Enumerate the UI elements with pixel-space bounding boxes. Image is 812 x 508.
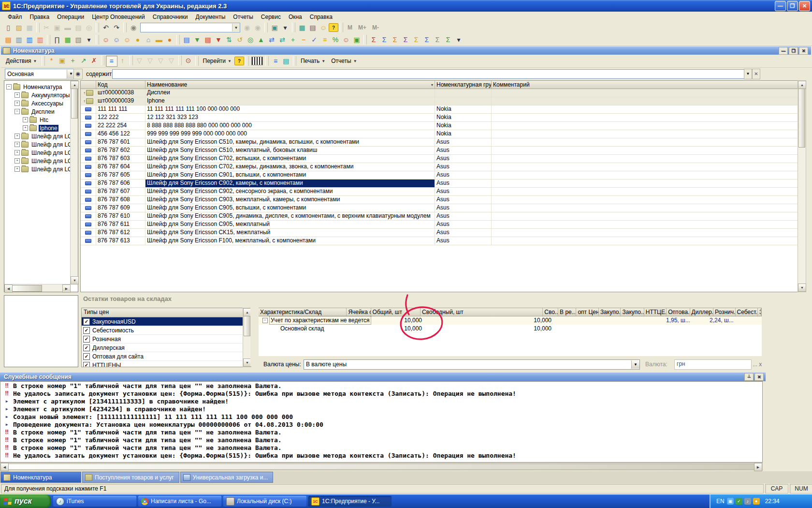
checkbox-icon[interactable] (83, 327, 90, 334)
goods-sale-icon[interactable]: ▤ (203, 34, 213, 45)
tree-toggle-icon[interactable]: − (6, 84, 12, 90)
toolbar-icon[interactable] (363, 35, 367, 45)
document-export-icon[interactable]: ▲ (256, 34, 266, 45)
table-row[interactable]: 876 787 607 Шлейф для Sony Ericsson C902… (81, 188, 798, 196)
calculator-icon[interactable]: ▦ (297, 23, 307, 33)
tree-horizontal-scrollbar[interactable]: ◀ ▶ (4, 284, 71, 292)
coins-icon[interactable]: ● (132, 34, 143, 45)
bank-icon[interactable]: ⌂ (143, 34, 154, 45)
tree-vertical-scrollbar[interactable]: ▲ ▼ (70, 81, 78, 284)
tree-toggle-icon[interactable]: + (14, 101, 20, 106)
open-parent-group-icon[interactable]: ↑ (117, 56, 128, 66)
money-icon[interactable]: ● (164, 34, 175, 45)
redo-icon[interactable]: ↷ (111, 23, 122, 33)
print-labels-icon[interactable]: ▥ (35, 34, 45, 45)
memory-button[interactable]: M (345, 24, 355, 31)
price-type-row[interactable]: Диллерская (82, 344, 251, 352)
print-icon[interactable]: ▥ (14, 34, 24, 45)
tree-toggle-icon[interactable]: + (14, 158, 20, 164)
chevron-down-icon[interactable]: ▼ (744, 69, 752, 79)
edit-item-icon[interactable]: ↗ (78, 56, 89, 66)
mdi-tab[interactable]: Универсальная загрузка и... (180, 472, 274, 483)
minimize-button[interactable]: — (775, 1, 786, 11)
tree-toggle-icon[interactable]: + (14, 134, 20, 139)
document-search-icon[interactable]: ◎ (245, 34, 256, 45)
tree-item[interactable]: + Аккумуляторы (4, 91, 70, 99)
log-message[interactable]: ‼ Не удалось записать документ установки… (0, 389, 762, 397)
stock-row[interactable]: Основной склад 10,000 10,000 (259, 325, 762, 333)
price-types-header[interactable]: Типы цен (82, 308, 251, 317)
purchase-order-icon[interactable]: ☺ (111, 34, 122, 45)
goods-movement-icon[interactable]: ⇅ (224, 34, 234, 45)
mdi-tab[interactable]: Номенклатура (0, 472, 81, 483)
log-message[interactable]: ▸ Создан новый элемент: [111111111111111… (0, 413, 762, 420)
overflow-arrow-icon[interactable]: ▾ (84, 34, 94, 45)
copy-to-clipboard-icon[interactable]: ▣ (269, 23, 280, 33)
toolbar-icon[interactable] (96, 35, 99, 45)
toolbar-icon[interactable] (36, 23, 40, 32)
mdi-tab[interactable]: Поступления товаров и услуг (82, 472, 179, 483)
order-analysis-icon[interactable]: ☺ (122, 34, 132, 45)
reports-menu-button[interactable]: Отчеты▼ (328, 57, 360, 65)
table-vertical-scrollbar[interactable]: ▲ ▼ (798, 80, 806, 292)
table-row[interactable]: 876 787 602 Шлейф для Sony Ericsson C510… (81, 147, 798, 155)
table-row[interactable]: 876 787 609 Шлейф для Sony Ericsson C905… (81, 204, 798, 212)
goods-receipt-icon[interactable]: ▤ (181, 34, 192, 45)
table-row[interactable]: 876 787 604 Шлейф для Sony Ericsson C702… (81, 163, 798, 171)
service-messages-titlebar[interactable]: Служебные сообщения ┴ ✕ (0, 373, 766, 381)
menu-item[interactable]: Окна (285, 13, 306, 21)
about-1c-button[interactable]: ? (329, 23, 338, 32)
scroll-left-icon[interactable]: ◀ (0, 463, 9, 471)
start-button[interactable]: пуск (0, 494, 51, 508)
nomenclature-window-titlebar[interactable]: Номенклатура — ❐ ✕ (1, 46, 811, 55)
checkbox-icon[interactable] (83, 353, 90, 360)
add-group-icon[interactable]: + (68, 56, 78, 66)
report-purchases-icon[interactable]: Σ (379, 34, 390, 45)
report-stocks-icon[interactable]: Σ (400, 34, 411, 45)
tree-item[interactable]: + Шлейф для LG C (4, 165, 70, 173)
view-select-combo[interactable]: Основная ▼ (5, 69, 75, 79)
scroll-up-icon[interactable]: ▲ (71, 81, 79, 89)
chevron-down-icon[interactable]: ▼ (631, 360, 639, 369)
help-button[interactable]: ? (234, 57, 244, 65)
currency-value-field[interactable]: грн (674, 359, 752, 370)
menu-item[interactable]: Сервис (257, 13, 285, 21)
log-message[interactable]: ‼ Не удалось записать документ установки… (0, 451, 762, 459)
price-type-row[interactable]: Себестоимость (82, 326, 251, 335)
price-type-row[interactable]: НТТЦЕНЫ (82, 361, 251, 367)
taskbar-task[interactable]: Написати листа - Go... (138, 496, 221, 507)
copy-icon[interactable]: ▣ (52, 23, 62, 33)
scroll-left-icon[interactable]: ◀ (4, 284, 13, 293)
toolbar-icon[interactable] (47, 35, 50, 45)
tree-item[interactable]: + Htc (4, 116, 70, 124)
tree-toggle-icon[interactable]: + (14, 92, 20, 98)
price-type-row[interactable]: Оптовая для сайта (82, 352, 251, 361)
log-message[interactable]: ‼ В строке номер "1" табличной части для… (0, 382, 762, 389)
document-import-icon[interactable]: ⇄ (277, 34, 288, 45)
group-column-header[interactable]: Номенклатурная гру... (435, 81, 492, 89)
contains-input[interactable] (112, 69, 744, 79)
tree-toggle-icon[interactable]: + (23, 125, 28, 131)
stock-cube-icon[interactable]: ▣ (351, 34, 362, 45)
table-row[interactable]: 876 787 610 Шлейф для Sony Ericsson C905… (81, 212, 798, 221)
hierarchy-view-icon[interactable]: ≡ (106, 56, 117, 67)
table-row[interactable]: 456 456 122 999 999 999 999 999 000 000 … (81, 130, 798, 138)
window-restore-button[interactable]: ❐ (789, 47, 798, 55)
log-message[interactable]: ▸ Элемент с артикулом [2134111113333] в … (0, 397, 762, 405)
comment-column-header[interactable]: Комментарий (492, 81, 798, 89)
toolbar-icon[interactable] (130, 56, 133, 65)
window-minimize-button[interactable]: — (779, 47, 788, 55)
menu-item[interactable]: Файл (4, 13, 26, 21)
table-row[interactable]: 876 787 605 Шлейф для Sony Ericsson C901… (81, 171, 798, 179)
table-row[interactable]: 876 787 612 Шлейф для Sony Ericsson CK15… (81, 229, 798, 237)
menu-item[interactable]: Правка (26, 13, 54, 21)
table-header[interactable]: Код Наименование ▾ Номенклатурная гру...… (81, 81, 798, 89)
counterparties-icon[interactable]: ∏ (52, 34, 62, 45)
table-row[interactable]: 876 787 603 Шлейф для Sony Ericsson C702… (81, 155, 798, 163)
volume-tray-icon[interactable]: ♪ (744, 498, 751, 505)
checkbox-icon[interactable] (83, 336, 90, 343)
stock-row[interactable]: − Учет по характеристикам не ведется 10,… (259, 316, 762, 325)
tree-item[interactable]: + Шлейф для LG C (4, 132, 70, 140)
table-row[interactable]: 22 222 254 8 888 888 888 888 880 000 000… (81, 122, 798, 130)
name-column-header[interactable]: Наименование ▾ (145, 81, 435, 89)
